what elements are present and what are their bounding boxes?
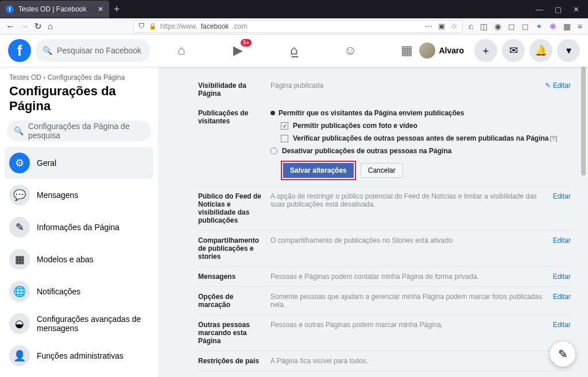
extension5-icon[interactable]: ▦ <box>563 22 571 31</box>
sidebar-item-label: Funções administrativas <box>37 351 123 360</box>
breadcrumb-link-1[interactable]: Testes OD <box>9 73 41 81</box>
sidebar-item-notificacoes[interactable]: 🌐 Notificações <box>5 275 153 308</box>
facebook-logo[interactable]: f <box>8 39 31 62</box>
url-prefix: https://www. <box>160 22 198 30</box>
messenger-button[interactable]: ✉ <box>502 39 525 62</box>
sidebar-search-placeholder: Configurações da Página de pesquisa <box>28 122 144 140</box>
radio-disable[interactable]: Desativar publicações de outras pessoas … <box>270 147 571 155</box>
extension2-icon[interactable]: ◻ <box>522 22 529 31</box>
edit-link[interactable]: Editar <box>553 236 571 244</box>
setting-label: Compartilhamento de publicações e storie… <box>198 236 267 261</box>
sidebar-item-pessoas[interactable]: 👥 Pessoas e outras Páginas <box>5 372 153 377</box>
edit-link[interactable]: ✎Editar <box>545 81 571 90</box>
row-visitantes: Publicações de visitantes Permitir que o… <box>198 103 571 186</box>
nav-home-icon[interactable]: ⌂ <box>48 21 53 31</box>
home-icon[interactable]: ⌂ <box>173 42 189 59</box>
setting-label: Opções de marcação <box>198 293 267 309</box>
browser-tab[interactable]: f Testes OD | Facebook ✕ <box>0 1 109 18</box>
gaming-icon[interactable]: ▦ <box>399 42 415 59</box>
check-review[interactable]: Verificar publicações de outras pessoas … <box>281 134 571 142</box>
window-maximize-icon[interactable]: ▢ <box>555 5 562 14</box>
edit-link[interactable]: Editar <box>553 321 571 329</box>
save-button[interactable]: Salvar alterações <box>283 163 354 178</box>
radio-allow[interactable]: Permitir que os visitantes da Página env… <box>270 109 571 117</box>
visitor-posts-settings: Permitir que os visitantes da Página env… <box>267 109 571 180</box>
compose-fab[interactable]: ✎ <box>550 341 575 367</box>
sidebar-icon[interactable]: ◫ <box>480 22 488 31</box>
edit-link[interactable]: Editar <box>553 192 571 200</box>
sidebar-item-info-pagina[interactable]: ✎ Informações da Página <box>5 211 153 243</box>
setting-value: Pessoas e Páginas podem contatar minha P… <box>267 273 553 281</box>
close-tab-icon[interactable]: ✕ <box>98 5 103 13</box>
facebook-header: f 🔍 Pesquisar no Facebook ⌂ ▶9+ ⌂̲ ☺ ▦ A… <box>0 34 588 67</box>
row-visibilidade: Visibilidade da Página Página publicada … <box>198 76 571 103</box>
setting-label: Mensagens <box>198 273 267 281</box>
sidebar-item-label: Configurações avançadas de mensagens <box>37 314 149 333</box>
setting-value: Página publicada <box>267 81 545 90</box>
sidebar-item-mensagens[interactable]: 💬 Mensagens <box>5 179 153 211</box>
sidebar-item-geral[interactable]: ⚙ Geral <box>5 147 153 179</box>
setting-label: Público do Feed de Notícias e visibilida… <box>198 192 267 224</box>
setting-label: Publicações de visitantes <box>198 109 267 125</box>
checkbox-unchecked-icon <box>281 135 288 142</box>
search-icon: 🔍 <box>42 46 52 55</box>
user-name: Alvaro <box>439 46 464 55</box>
sidebar-item-funcoes[interactable]: 👤 Funções administrativas <box>5 340 153 372</box>
user-profile-button[interactable]: Alvaro <box>413 40 470 61</box>
cancel-button[interactable]: Cancelar <box>361 163 403 178</box>
sidebar-search[interactable]: 🔍 Configurações da Página de pesquisa <box>7 121 151 141</box>
browser-tab-bar: f Testes OD | Facebook ✕ + ― ▢ ✕ <box>0 0 588 18</box>
extension4-icon[interactable]: ❋ <box>550 22 556 31</box>
pencil-icon: ✎ <box>9 217 30 238</box>
setting-value: Pessoas e outras Páginas podem marcar mi… <box>267 321 553 329</box>
groups-icon[interactable]: ☺ <box>342 42 358 59</box>
extension1-icon[interactable]: ◻ <box>508 22 515 31</box>
highlight-box: Salvar alterações <box>281 161 356 180</box>
reader-icon[interactable]: ▣ <box>438 22 445 30</box>
facebook-favicon: f <box>6 5 14 13</box>
sidebar-item-label: Informações da Página <box>37 223 119 232</box>
extension3-icon[interactable]: ✦ <box>536 22 543 31</box>
nav-reload-icon[interactable]: ↻ <box>34 21 42 32</box>
globe-icon: 🌐 <box>9 281 30 302</box>
meatball-icon[interactable]: ⋯ <box>425 22 432 30</box>
new-tab-button[interactable]: + <box>114 3 120 15</box>
account-menu-button[interactable]: ▾ <box>557 39 580 62</box>
star-icon[interactable]: ☆ <box>451 22 458 30</box>
watch-badge: 9+ <box>241 39 252 46</box>
help-icon[interactable]: [?] <box>550 135 558 142</box>
menu-icon[interactable]: ≡ <box>578 22 582 31</box>
edit-link[interactable]: Editar <box>553 293 571 301</box>
messenger-icon: ◒ <box>9 313 30 334</box>
marketplace-icon[interactable]: ⌂̲ <box>286 42 302 59</box>
window-minimize-icon[interactable]: ― <box>536 5 543 14</box>
watch-icon[interactable]: ▶9+ <box>230 42 246 59</box>
setting-row: Opções de marcaçãoSomente pessoas que aj… <box>198 287 571 315</box>
browser-toolbar: ← → ↻ ⌂ ⛉ 🔒 https://www.facebook.com ⋯ ▣… <box>0 18 588 34</box>
notifications-button[interactable]: 🔔 <box>529 39 552 62</box>
sidebar-item-config-avancada[interactable]: ◒ Configurações avançadas de mensagens <box>5 308 153 340</box>
nav-back-icon[interactable]: ← <box>6 21 14 31</box>
shield-icon: ⛉ <box>138 22 145 30</box>
setting-value: O compartilhamento de publicações no Sto… <box>267 236 553 244</box>
settings-sidebar: Testes OD › Configurações da Página Conf… <box>0 67 158 377</box>
create-button[interactable]: ＋ <box>474 39 497 62</box>
lock-icon: 🔒 <box>149 22 157 30</box>
url-bar[interactable]: ⛉ 🔒 https://www.facebook.com ⋯ ▣ ☆ <box>133 20 463 33</box>
check-media[interactable]: Permitir publicações com foto e vídeo <box>281 122 571 130</box>
library-icon[interactable]: ⎌ <box>469 22 473 31</box>
sidebar-item-modelos[interactable]: ▦ Modelos e abas <box>5 243 153 275</box>
setting-row: Outras pessoas marcando esta PáginaPesso… <box>198 315 571 351</box>
setting-row: MensagensPessoas e Páginas podem contata… <box>198 267 571 287</box>
edit-link[interactable]: Editar <box>553 273 571 281</box>
scrollbar[interactable] <box>581 67 586 176</box>
search-icon: 🔍 <box>14 126 24 135</box>
sidebar-item-label: Modelos e abas <box>37 255 94 264</box>
breadcrumb-link-2[interactable]: Configurações da Página <box>48 73 125 81</box>
account-icon[interactable]: ◉ <box>494 22 501 31</box>
settings-panel: Visibilidade da Página Página publicada … <box>158 67 588 377</box>
window-close-icon[interactable]: ✕ <box>573 5 579 14</box>
facebook-search[interactable]: 🔍 Pesquisar no Facebook <box>36 39 150 62</box>
setting-value: A Página fica visível para todos. <box>267 357 553 365</box>
center-nav: ⌂ ▶9+ ⌂̲ ☺ ▦ <box>173 42 415 59</box>
